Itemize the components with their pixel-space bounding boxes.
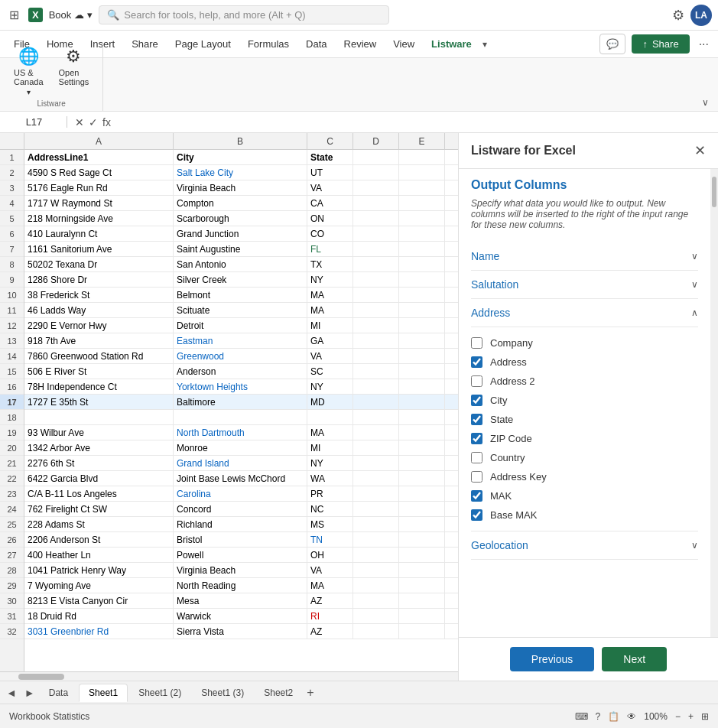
normal-view-icon[interactable]: ⊞ bbox=[701, 711, 709, 722]
cell[interactable]: CA bbox=[307, 196, 353, 210]
cell[interactable]: Virginia Beach bbox=[174, 563, 307, 577]
checkbox-address[interactable] bbox=[471, 356, 482, 368]
cell[interactable] bbox=[353, 471, 399, 486]
table-row[interactable]: 46 Ladds WayScituateMA bbox=[24, 303, 458, 318]
cell[interactable]: MS bbox=[307, 517, 353, 531]
table-row[interactable]: 2206 Anderson StBristolTN bbox=[24, 532, 458, 548]
cell[interactable]: 228 Adams St bbox=[24, 517, 174, 531]
table-row[interactable]: 400 Heather LnPowellOH bbox=[24, 548, 458, 563]
cell[interactable] bbox=[353, 242, 399, 256]
cell[interactable]: 3031 Greenbrier Rd bbox=[24, 624, 174, 639]
cell[interactable] bbox=[353, 532, 399, 547]
horizontal-scroll-thumb[interactable] bbox=[18, 674, 64, 680]
cell[interactable] bbox=[307, 410, 353, 424]
zoom-in-icon[interactable]: + bbox=[688, 711, 694, 722]
table-row[interactable]: 6422 Garcia BlvdJoint Base Lewis McChord… bbox=[24, 471, 458, 486]
tab-sheet1[interactable]: Sheet1 bbox=[79, 684, 128, 702]
table-row[interactable]: 38 Frederick StBelmontMA bbox=[24, 288, 458, 303]
cell[interactable]: 78H Independence Ct bbox=[24, 379, 174, 394]
cell[interactable]: Carolina bbox=[174, 486, 307, 501]
next-button[interactable]: Next bbox=[602, 647, 667, 671]
cell[interactable]: Mesa bbox=[174, 593, 307, 608]
table-row[interactable]: 1717 W Raymond StComptonCA bbox=[24, 196, 458, 211]
table-row[interactable]: 762 Firelight Ct SWConcordNC bbox=[24, 502, 458, 517]
cell[interactable] bbox=[353, 578, 399, 593]
cell[interactable]: SC bbox=[307, 364, 353, 379]
zoom-out-icon[interactable]: − bbox=[675, 711, 681, 722]
ribbon-us-canada-button[interactable]: 🌐 US &Canada ▾ bbox=[9, 45, 48, 98]
checkbox-state[interactable] bbox=[471, 414, 482, 425]
tab-data[interactable]: Data bbox=[40, 684, 77, 701]
section-name-header[interactable]: Name ∨ bbox=[471, 242, 698, 271]
cell[interactable]: Richland bbox=[174, 517, 307, 531]
search-bar[interactable]: 🔍 Search for tools, help, and more (Alt … bbox=[99, 5, 389, 24]
cell[interactable]: 6422 Garcia Blvd bbox=[24, 471, 174, 486]
cell[interactable]: MA bbox=[307, 425, 353, 440]
cell[interactable]: 46 Ladds Way bbox=[24, 303, 174, 317]
cell[interactable]: 2290 E Vernor Hwy bbox=[24, 318, 174, 333]
cell[interactable]: Baltimore bbox=[174, 395, 307, 409]
cell[interactable]: 762 Firelight Ct SW bbox=[24, 502, 174, 516]
cell[interactable]: Anderson bbox=[174, 364, 307, 379]
cell[interactable] bbox=[399, 548, 445, 562]
table-row[interactable]: 1161 Sanitorium AveSaint AugustineFL bbox=[24, 242, 458, 257]
cell[interactable]: San Antonio bbox=[174, 257, 307, 271]
cell[interactable] bbox=[353, 563, 399, 577]
table-row[interactable]: 7860 Greenwood Station RdGreenwoodVA bbox=[24, 349, 458, 364]
cell[interactable]: 1161 Sanitorium Ave bbox=[24, 242, 174, 256]
table-row[interactable] bbox=[24, 410, 458, 425]
cell[interactable] bbox=[399, 211, 445, 226]
cell[interactable]: 5176 Eagle Run Rd bbox=[24, 180, 174, 195]
cell[interactable] bbox=[353, 349, 399, 363]
cell[interactable] bbox=[399, 364, 445, 379]
col-header-c[interactable]: C bbox=[307, 133, 353, 150]
cell[interactable] bbox=[399, 624, 445, 639]
checkbox-address2[interactable] bbox=[471, 375, 482, 387]
table-row[interactable]: 918 7th AveEastmanGA bbox=[24, 333, 458, 349]
table-row[interactable]: 5176 Eagle Run RdVirginia BeachVA bbox=[24, 180, 458, 196]
cell[interactable]: Salt Lake City bbox=[174, 165, 307, 180]
cell[interactable] bbox=[399, 486, 445, 501]
cell[interactable] bbox=[353, 425, 399, 440]
cell[interactable]: MD bbox=[307, 395, 353, 409]
table-row[interactable]: 50202 Texana DrSan AntonioTX bbox=[24, 257, 458, 272]
col-header-b[interactable]: B bbox=[174, 133, 307, 150]
cell[interactable] bbox=[399, 242, 445, 256]
app-grid-icon[interactable]: ⊞ bbox=[6, 5, 22, 25]
cell[interactable] bbox=[399, 517, 445, 531]
cell[interactable]: Scituate bbox=[174, 303, 307, 317]
cell[interactable]: Monroe bbox=[174, 440, 307, 455]
cell[interactable] bbox=[353, 410, 399, 424]
cell[interactable] bbox=[353, 180, 399, 195]
cell[interactable]: 1727 E 35th St bbox=[24, 395, 174, 409]
cell[interactable]: UT bbox=[307, 165, 353, 180]
cell[interactable] bbox=[399, 578, 445, 593]
table-row[interactable]: 18 Druid RdWarwickRI bbox=[24, 609, 458, 624]
cell[interactable]: MI bbox=[307, 440, 353, 455]
menu-formulas[interactable]: Formulas bbox=[240, 35, 297, 53]
tab-nav-next[interactable]: ► bbox=[21, 687, 38, 699]
cell[interactable]: RI bbox=[307, 609, 353, 623]
cell[interactable]: Silver Creek bbox=[174, 272, 307, 287]
menu-view[interactable]: View bbox=[385, 35, 422, 53]
cell[interactable] bbox=[353, 196, 399, 210]
cell[interactable] bbox=[353, 272, 399, 287]
cell[interactable] bbox=[353, 226, 399, 241]
cell[interactable] bbox=[353, 548, 399, 562]
formula-confirm-icon[interactable]: ✓ bbox=[89, 116, 98, 128]
tab-sheet1-2[interactable]: Sheet1 (2) bbox=[129, 684, 190, 701]
cell[interactable]: North Dartmouth bbox=[174, 425, 307, 440]
cell[interactable]: Eastman bbox=[174, 333, 307, 348]
cell[interactable]: 50202 Texana Dr bbox=[24, 257, 174, 271]
cell[interactable] bbox=[353, 609, 399, 623]
book-dropdown-icon[interactable]: ▾ bbox=[87, 9, 93, 21]
cell[interactable]: Grand Island bbox=[174, 456, 307, 470]
table-row[interactable]: 3031 Greenbrier RdSierra VistaAZ bbox=[24, 624, 458, 639]
more-button[interactable]: ··· bbox=[696, 34, 712, 54]
cell[interactable] bbox=[399, 165, 445, 180]
cell[interactable] bbox=[24, 410, 174, 424]
cell[interactable]: 38 Frederick St bbox=[24, 288, 174, 302]
cell[interactable]: NC bbox=[307, 502, 353, 516]
cell[interactable]: MI bbox=[307, 318, 353, 333]
cell[interactable]: 8213 E Vista Canyon Cir bbox=[24, 593, 174, 608]
